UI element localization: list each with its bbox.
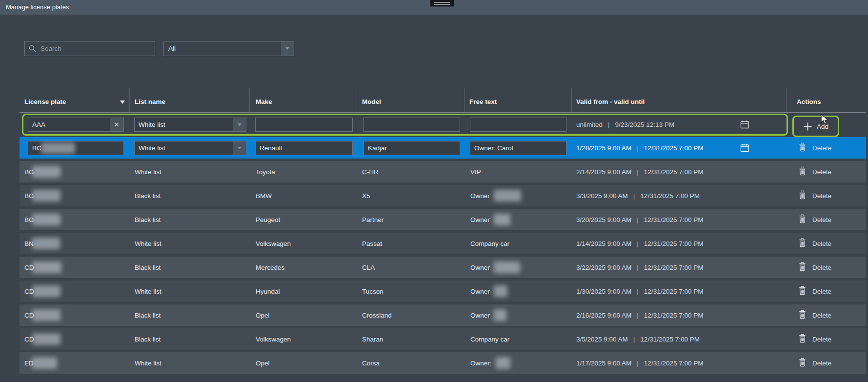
- delete-button[interactable]: Delete: [798, 161, 831, 182]
- row-plate-field[interactable]: [28, 141, 124, 155]
- table-row[interactable]: White list1/28/2025 9:00 AM|12/31/2025 7…: [20, 137, 866, 159]
- make-cell: Volkswagen: [256, 328, 291, 350]
- validity-range: 3/22/2025 9:00 AM|12/31/2025 7:00 PM: [576, 257, 703, 278]
- add-model-input[interactable]: [363, 118, 460, 132]
- make-cell: Mercedes: [256, 257, 284, 278]
- column-header-license-plate[interactable]: License plate: [24, 98, 66, 105]
- trash-icon: [798, 310, 807, 321]
- make-cell-text: Volkswagen: [256, 240, 291, 247]
- table-row[interactable]: BGWhite listToyotaC-HRVIP2/14/2025 9:00 …: [20, 161, 866, 182]
- make-cell-text: Mercedes: [256, 264, 284, 271]
- clear-icon[interactable]: ✕: [110, 118, 123, 131]
- list-name-cell-text: White list: [135, 240, 161, 247]
- add-free-text-input[interactable]: [470, 118, 566, 132]
- add-validity-range: unlimited | 9/23/2025 12:13 PM: [576, 114, 674, 136]
- row-model-input[interactable]: [363, 141, 460, 155]
- redacted-blur: [494, 190, 521, 201]
- free-text: VIP: [470, 168, 481, 176]
- calendar-icon[interactable]: [740, 120, 749, 130]
- delete-button[interactable]: Delete: [798, 328, 831, 350]
- add-button[interactable]: Add: [792, 116, 839, 137]
- table-row[interactable]: EDWhite listOpelCorsaOwner:1/17/2025 9:0…: [20, 352, 866, 374]
- make-cell-text: Hyundai: [256, 288, 280, 295]
- table-row[interactable]: CDWhite listHyundaiTucsonOwner1/30/2025 …: [20, 281, 866, 302]
- list-name-cell-text: Black list: [135, 312, 161, 319]
- add-plate-input[interactable]: [28, 118, 110, 131]
- delete-button-label: Delete: [812, 336, 831, 343]
- row-list-dropdown[interactable]: White list: [134, 141, 246, 155]
- delete-button[interactable]: Delete: [798, 137, 831, 159]
- range-separator: |: [637, 240, 639, 247]
- delete-button[interactable]: Delete: [798, 281, 831, 302]
- make-cell: Toyota: [256, 161, 275, 182]
- panel-collapse-handle[interactable]: [430, 0, 454, 7]
- table-row[interactable]: BNWhite listVolkswagenPassatCompany car1…: [20, 233, 866, 254]
- delete-button[interactable]: Delete: [798, 185, 831, 206]
- column-separator: [464, 88, 464, 112]
- validity-range: 1/17/2025 9:00 AM|12/31/2025 7:00 PM: [576, 352, 703, 374]
- trash-icon: [798, 358, 807, 368]
- model-cell: CLA: [362, 257, 375, 278]
- make-cell: Opel: [256, 304, 270, 326]
- search-box[interactable]: [24, 41, 155, 56]
- add-list-dropdown[interactable]: White list: [134, 118, 246, 132]
- model-cell-text: Corsa: [362, 360, 380, 367]
- make-cell-text: Toyota: [256, 168, 275, 176]
- free-text-cell: Company car: [470, 328, 509, 350]
- column-header-free-text[interactable]: Free text: [469, 98, 497, 105]
- row-free-text-input[interactable]: [470, 141, 566, 155]
- delete-button[interactable]: Delete: [798, 304, 831, 326]
- list-filter-dropdown[interactable]: All: [163, 41, 294, 56]
- valid-from: 3/22/2025 9:00 AM: [576, 264, 631, 271]
- search-input[interactable]: [40, 44, 151, 53]
- model-cell-text: Tucson: [362, 288, 384, 295]
- range-separator: |: [637, 144, 639, 152]
- valid-from: 2/14/2025 9:00 AM: [576, 168, 631, 176]
- list-name-cell-text: Black list: [135, 192, 161, 200]
- chevron-down-icon[interactable]: [281, 41, 294, 56]
- table-row[interactable]: CDBlack listOpelCrosslandOwner2/16/2025 …: [20, 304, 866, 326]
- row-make-input[interactable]: [255, 141, 353, 155]
- delete-button-label: Delete: [812, 168, 831, 176]
- column-header-list-name[interactable]: List name: [135, 98, 165, 105]
- column-header-make[interactable]: Make: [256, 98, 272, 105]
- range-separator: |: [633, 336, 635, 343]
- free-text: Owner:: [470, 360, 492, 367]
- trash-icon: [798, 238, 807, 249]
- sort-descending-icon[interactable]: [120, 101, 125, 104]
- table-row[interactable]: BGBlack listPeugeotPartnerOwner3/20/2025…: [20, 209, 866, 230]
- trash-icon: [798, 286, 807, 297]
- validity-range: 1/28/2025 9:00 AM|12/31/2025 7:00 PM: [576, 137, 703, 159]
- redacted-blur: [496, 357, 510, 369]
- column-header-model[interactable]: Model: [362, 98, 381, 105]
- calendar-icon[interactable]: [740, 143, 749, 154]
- delete-button-label: Delete: [812, 360, 831, 367]
- delete-button[interactable]: Delete: [798, 233, 831, 254]
- model-cell-text: C-HR: [362, 168, 379, 176]
- range-separator: |: [637, 360, 639, 367]
- delete-button[interactable]: Delete: [798, 209, 831, 230]
- delete-button[interactable]: Delete: [798, 257, 831, 278]
- chevron-down-icon[interactable]: [233, 141, 246, 155]
- table-row[interactable]: CDBlack listMercedesCLAOwner3/22/2025 9:…: [20, 257, 866, 278]
- plate-cell: BN: [24, 233, 60, 254]
- row-list-value: White list: [135, 144, 233, 152]
- column-header-valid-from-valid-until[interactable]: Valid from - valid until: [576, 98, 645, 105]
- chevron-down-icon[interactable]: [233, 118, 246, 131]
- chevron-down-glyph: [238, 147, 242, 149]
- delete-button[interactable]: Delete: [798, 352, 831, 374]
- add-list-value: White list: [135, 121, 233, 128]
- list-name-cell: Black list: [135, 257, 161, 278]
- list-name-cell: White list: [135, 233, 161, 254]
- add-make-input[interactable]: [255, 118, 353, 132]
- redacted-blur: [32, 333, 61, 345]
- list-name-cell: White list: [135, 161, 161, 182]
- redacted-blur: [32, 214, 61, 225]
- column-header-actions[interactable]: Actions: [797, 98, 821, 105]
- plate-cell: BG: [24, 161, 61, 182]
- make-cell-text: Volkswagen: [256, 336, 291, 343]
- model-cell-text: CLA: [362, 264, 375, 271]
- add-plate-field[interactable]: ✕: [28, 118, 124, 132]
- table-row[interactable]: CDBlack listVolkswagenSharanCompany car3…: [20, 328, 866, 350]
- table-row[interactable]: BGBlack listBMWX5Owner3/3/2025 9:00 AM|1…: [20, 185, 866, 206]
